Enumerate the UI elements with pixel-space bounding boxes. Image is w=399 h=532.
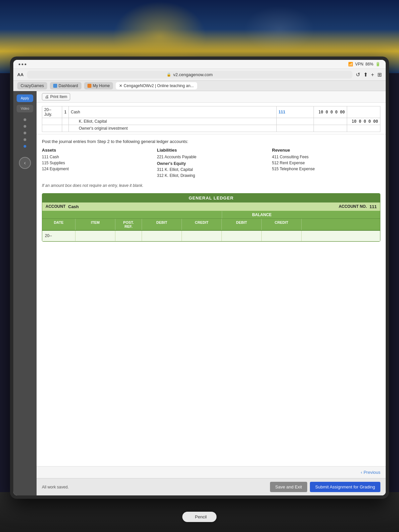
grid-button[interactable]: ⊞ — [377, 71, 382, 78]
row-bal-credit[interactable] — [262, 231, 302, 241]
account-name: Cash — [68, 204, 79, 209]
liabilities-heading: Liabilities — [157, 148, 265, 153]
battery-icon: 🔋 — [375, 62, 380, 66]
col-post-ref: POST.REF. — [115, 219, 142, 230]
aa-button[interactable]: AA — [17, 72, 24, 77]
owners-equity-heading: Owner's Equity — [157, 161, 265, 166]
journal-acct-no-2 — [276, 118, 314, 125]
sidebar-video-tab[interactable]: Video — [17, 105, 33, 112]
previous-button[interactable]: ‹ Previous — [361, 470, 380, 475]
vpn-badge: VPN — [355, 62, 363, 66]
status-left — [19, 64, 26, 65]
work-saved-text: All work saved. — [42, 485, 69, 489]
journal-debit-2 — [314, 118, 347, 125]
journal-row-3: Owner's original investment — [42, 125, 380, 132]
accounts-grid: Assets 111 Cash 115 Supplies 124 Equipme… — [37, 148, 386, 183]
journal-credit-2: 10 0 0 0 00 — [347, 118, 380, 125]
row-post-ref[interactable] — [115, 231, 142, 241]
ledger-section: GENERAL LEDGER ACCOUNT Cash ACCOUNT NO. … — [37, 191, 386, 466]
battery-level: 86% — [365, 62, 373, 66]
pencil-area: Pencil — [182, 512, 216, 522]
account-411: 411 Consulting Fees — [272, 155, 380, 159]
journal-date-3 — [42, 125, 62, 132]
status-right: 📶 VPN 86% 🔋 — [348, 62, 380, 66]
sidebar-dot-4[interactable] — [24, 138, 26, 141]
status-dots — [19, 64, 26, 65]
journal-day-2 — [62, 118, 69, 125]
chevron-left-icon: ‹ — [361, 470, 362, 475]
col-debit: DEBIT — [142, 219, 182, 230]
content-wrapper: Apply Video ‹ 🖨 Print Item — [13, 91, 386, 495]
ledger-title: GENERAL LEDGER — [42, 194, 380, 202]
account-111: 111 Cash — [42, 155, 150, 159]
nav-back-arrow[interactable]: ‹ — [19, 157, 31, 169]
url-text: v2.cengagenow.com — [173, 72, 213, 77]
journal-debit-1: 10 0 0 0 00 — [314, 106, 347, 118]
print-label: Print Item — [50, 94, 67, 99]
status-bar: 📶 VPN 86% 🔋 — [13, 60, 386, 69]
tab-dashboard[interactable]: Dashboard — [50, 82, 81, 89]
account-312: 312 K. Elliot, Drawing — [157, 173, 265, 178]
liabilities-category: Liabilities 221 Accounts Payable Owner's… — [157, 148, 265, 179]
account-115: 115 Supplies — [42, 161, 150, 165]
row-item[interactable] — [75, 231, 115, 241]
row-debit[interactable] — [142, 231, 182, 241]
pencil-label: Pencil — [195, 514, 206, 519]
journal-date-1: 20-- July. — [42, 106, 62, 118]
reload-button[interactable]: ↺ — [356, 71, 360, 78]
submit-assignment-button[interactable]: Submit Assignment for Grading — [310, 482, 380, 492]
account-221: 221 Accounts Payable — [157, 155, 265, 159]
balance-header: BALANCE — [42, 211, 380, 219]
sidebar-apply-tab[interactable]: Apply — [17, 94, 33, 102]
sidebar-dot-3[interactable] — [24, 132, 26, 134]
tab-crazygames-label: CrazyGames — [21, 83, 44, 88]
print-button[interactable]: 🖨 Print Item — [42, 93, 70, 100]
sidebar-dot-1[interactable] — [24, 118, 26, 121]
tab-myhome-label: My Home — [93, 83, 110, 88]
ledger-container: GENERAL LEDGER ACCOUNT Cash ACCOUNT NO. … — [42, 193, 380, 242]
tab-myhome[interactable]: My Home — [84, 82, 113, 89]
save-exit-button[interactable]: Save and Exit — [270, 482, 307, 492]
previous-label: Previous — [363, 470, 380, 475]
row-bal-debit[interactable] — [222, 231, 262, 241]
row-credit[interactable] — [182, 231, 222, 241]
ledger-account-row: ACCOUNT Cash ACCOUNT NO. 111 — [42, 202, 380, 211]
journal-acct-no-1: 111 — [276, 106, 314, 118]
journal-day-1: 1 — [62, 106, 69, 118]
tab-crazygames[interactable]: CrazyGames — [17, 82, 47, 89]
account-124: 124 Equipment — [42, 167, 150, 171]
assets-heading: Assets — [42, 148, 150, 153]
journal-credit-1 — [347, 106, 380, 118]
journal-description: Owner's original investment — [69, 125, 277, 132]
share-button[interactable]: ⬆ — [363, 71, 368, 78]
browser-actions: ↺ ⬆ + ⊞ — [356, 71, 382, 78]
col-bal-credit: CREDIT — [262, 219, 302, 230]
revenue-heading: Revenue — [272, 148, 380, 153]
ledger-row-1: 20-- — [42, 231, 380, 241]
sidebar-dot-2[interactable] — [24, 125, 26, 128]
journal-account-2: K. Elliot, Capital — [69, 118, 277, 125]
content-toolbar: 🖨 Print Item — [37, 91, 386, 103]
account-no-value: 111 — [369, 204, 377, 209]
col-item: ITEM — [75, 219, 115, 230]
journal-credit-3 — [347, 125, 380, 132]
new-tab-button[interactable]: + — [371, 72, 374, 78]
close-icon[interactable]: ✕ — [119, 83, 122, 88]
tab-dashboard-label: Dashboard — [59, 83, 78, 88]
account-label: ACCOUNT — [46, 204, 66, 209]
col-bal-debit: DEBIT — [222, 219, 262, 230]
col-headers: DATE ITEM POST.REF. DEBIT CREDIT DEBIT C… — [42, 219, 380, 231]
sidebar: Apply Video ‹ — [13, 91, 37, 495]
account-512: 512 Rent Expense — [272, 161, 380, 165]
sidebar-dot-5[interactable] — [24, 145, 26, 148]
notice-text: If an amount box does not require an ent… — [37, 183, 386, 191]
bottom-bar: ‹ Previous — [37, 466, 386, 478]
journal-row-1: 20-- July. 1 Cash 111 10 0 0 0 00 — [42, 106, 380, 118]
row-date[interactable]: 20-- — [42, 231, 75, 241]
balance-label: BALANCE — [222, 211, 302, 218]
journal-row-2: K. Elliot, Capital 10 0 0 0 00 — [42, 118, 380, 125]
journal-table: 20-- July. 1 Cash 111 10 0 0 0 00 — [42, 106, 380, 132]
url-bar[interactable]: 🔒 v2.cengagenow.com — [27, 71, 352, 78]
tab-cengage[interactable]: ✕ CengageNOWv2 | Online teaching an... — [116, 82, 197, 89]
ipad-frame: 📶 VPN 86% 🔋 AA 🔒 v2.cengagenow.com ↺ ⬆ +… — [10, 57, 389, 499]
